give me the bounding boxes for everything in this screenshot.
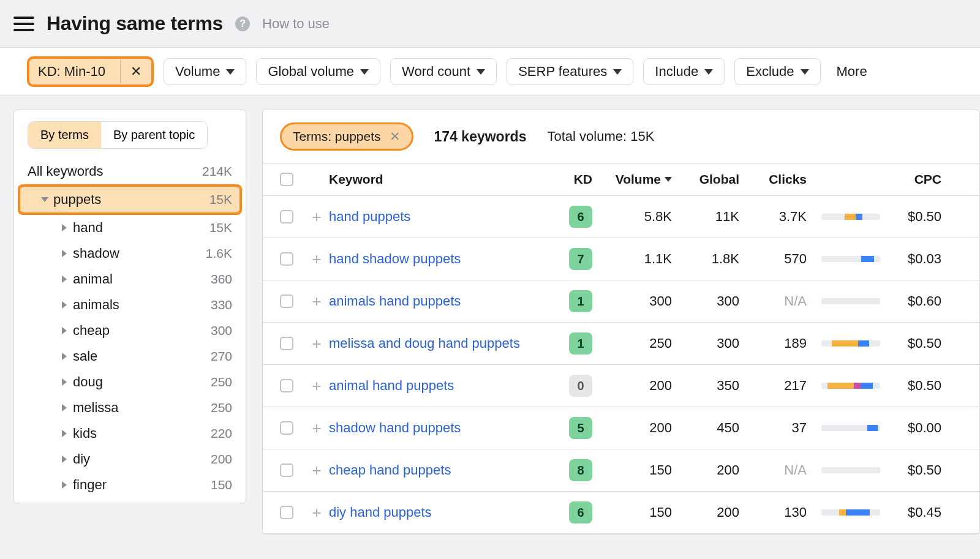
cell-global: 350: [672, 378, 739, 394]
row-checkbox[interactable]: [280, 463, 293, 477]
cell-global: 200: [672, 462, 739, 478]
col-clicks[interactable]: Clicks: [739, 172, 807, 187]
kd-badge: 0: [569, 375, 592, 397]
tree-item[interactable]: animal360: [14, 266, 246, 292]
expand-icon[interactable]: +: [304, 292, 329, 311]
expand-icon[interactable]: +: [304, 419, 329, 438]
chevron-right-icon: [62, 456, 67, 463]
col-cpc[interactable]: CPC: [880, 172, 941, 187]
table-row: +hand puppets65.8K11K3.7K$0.50: [263, 196, 979, 238]
tab-by-parent-topic[interactable]: By parent topic: [101, 122, 207, 148]
row-checkbox[interactable]: [280, 506, 293, 519]
results-summary: Terms: puppets ✕ 174 keywords Total volu…: [263, 110, 979, 163]
chevron-right-icon: [62, 276, 67, 283]
tree-item[interactable]: hand15K: [14, 215, 246, 241]
kd-badge: 1: [569, 332, 592, 355]
keyword-link[interactable]: animal hand puppets: [329, 378, 549, 394]
filter-serp-features[interactable]: SERP features: [507, 58, 633, 85]
filter-volume[interactable]: Volume: [164, 58, 246, 85]
tree-count: 15K: [209, 220, 232, 235]
tree-item[interactable]: finger150: [14, 472, 246, 498]
tree-item[interactable]: sale270: [14, 343, 246, 369]
tree-count: 1.6K: [206, 246, 232, 261]
tree-item[interactable]: kids220: [14, 421, 246, 446]
tree-item[interactable]: melissa250: [14, 395, 246, 421]
tree-item[interactable]: doug250: [14, 369, 246, 395]
expand-icon[interactable]: +: [304, 377, 329, 396]
expand-icon[interactable]: +: [304, 461, 329, 480]
expand-icon[interactable]: +: [304, 334, 329, 353]
tree-count: 360: [211, 272, 232, 287]
row-checkbox[interactable]: [280, 295, 293, 308]
tree-count: 250: [211, 400, 232, 415]
help-icon[interactable]: ?: [235, 17, 250, 31]
tree-label: cheap: [73, 323, 110, 339]
cell-cpc: $0.00: [880, 420, 941, 436]
active-term-pill[interactable]: Terms: puppets ✕: [280, 122, 413, 151]
col-volume[interactable]: Volume: [592, 172, 672, 187]
keyword-link[interactable]: hand puppets: [329, 209, 549, 225]
select-all-checkbox[interactable]: [280, 173, 293, 186]
how-to-use-link[interactable]: How to use: [262, 16, 330, 32]
chevron-right-icon: [62, 224, 67, 231]
tree-item-selected[interactable]: puppets 15K: [18, 184, 242, 215]
cell-global: 200: [672, 505, 739, 520]
cell-global: 300: [672, 293, 739, 309]
results-panel: Terms: puppets ✕ 174 keywords Total volu…: [262, 110, 980, 535]
tree-item[interactable]: cheap300: [14, 318, 246, 343]
table-header: Keyword KD Volume Global Clicks CPC: [263, 163, 979, 196]
filters-bar: KD: Min-10 ✕ VolumeGlobal volumeWord cou…: [0, 47, 980, 96]
keyword-link[interactable]: diy hand puppets: [329, 505, 549, 520]
chevron-right-icon: [62, 378, 67, 386]
close-icon[interactable]: ✕: [120, 60, 151, 83]
keyword-link[interactable]: animals hand puppets: [329, 293, 549, 309]
col-global[interactable]: Global: [672, 172, 739, 187]
cell-clicks: 130: [739, 505, 807, 520]
filter-include[interactable]: Include: [643, 58, 725, 85]
keyword-link[interactable]: cheap hand puppets: [329, 462, 549, 478]
tree-item[interactable]: animals330: [14, 292, 246, 318]
expand-icon[interactable]: +: [304, 250, 329, 269]
filter-label: Exclude: [746, 64, 794, 80]
keyword-link[interactable]: melissa and doug hand puppets: [329, 336, 549, 351]
filter-word-count[interactable]: Word count: [390, 58, 497, 85]
filter-exclude[interactable]: Exclude: [734, 58, 820, 85]
filter-more[interactable]: More: [831, 59, 873, 84]
expand-icon[interactable]: +: [304, 208, 329, 227]
cell-volume: 250: [592, 336, 672, 351]
clicks-distribution-bar: [821, 256, 880, 262]
tree-item[interactable]: shadow1.6K: [14, 241, 246, 266]
kd-badge: 5: [569, 417, 592, 439]
filter-kd-active[interactable]: KD: Min-10 ✕: [27, 56, 154, 87]
tree-item[interactable]: diy200: [14, 446, 246, 472]
tree-label: sale: [73, 348, 97, 364]
row-checkbox[interactable]: [280, 337, 293, 350]
clicks-distribution-bar: [821, 340, 880, 347]
filter-global-volume[interactable]: Global volume: [256, 58, 380, 85]
tree-all-keywords[interactable]: All keywords 214K: [14, 159, 246, 184]
row-checkbox[interactable]: [280, 421, 293, 435]
tree-label: shadow: [73, 246, 119, 261]
col-kd[interactable]: KD: [549, 172, 592, 187]
keyword-link[interactable]: hand shadow puppets: [329, 251, 549, 267]
cell-cpc: $0.45: [880, 505, 941, 520]
col-keyword[interactable]: Keyword: [329, 172, 549, 187]
row-checkbox[interactable]: [280, 379, 293, 392]
cell-volume: 150: [592, 505, 672, 520]
expand-icon[interactable]: +: [304, 503, 329, 522]
filter-label: Global volume: [268, 64, 354, 80]
chevron-right-icon: [62, 250, 67, 257]
close-icon[interactable]: ✕: [390, 129, 401, 144]
keyword-link[interactable]: shadow hand puppets: [329, 420, 549, 436]
tree-label: diy: [73, 451, 90, 467]
tree-count: 220: [211, 426, 232, 441]
menu-icon[interactable]: [13, 17, 34, 31]
tree-count: 270: [211, 349, 232, 364]
row-checkbox[interactable]: [280, 252, 293, 266]
tab-by-terms[interactable]: By terms: [28, 122, 101, 148]
total-volume: Total volume: 15K: [547, 129, 654, 144]
row-checkbox[interactable]: [280, 210, 293, 223]
clicks-distribution-bar: [821, 383, 880, 389]
tree-label: melissa: [73, 400, 119, 416]
sidebar-tabs: By terms By parent topic: [28, 121, 208, 149]
